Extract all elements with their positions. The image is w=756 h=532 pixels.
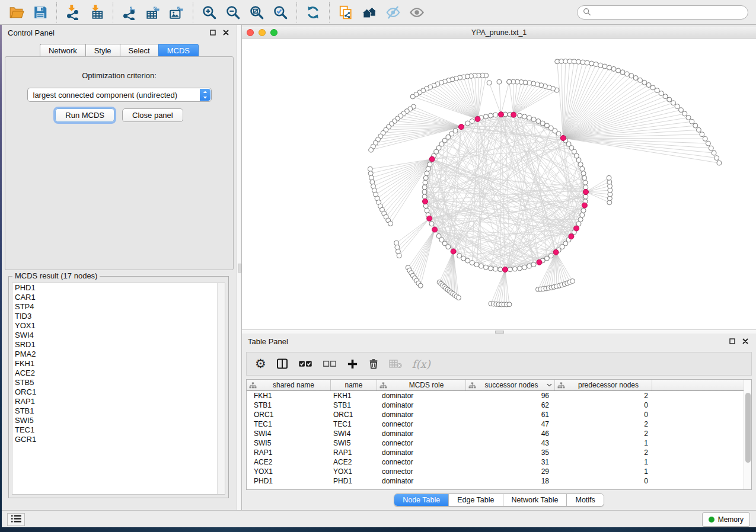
dominator-node[interactable] <box>560 136 566 141</box>
cell-name[interactable]: TEC1 <box>331 420 377 428</box>
table-row[interactable]: FKH1FKH1dominator962 <box>247 391 751 400</box>
table-row[interactable]: YOX1YOX1connector291 <box>247 467 751 476</box>
dominator-node[interactable] <box>429 156 435 162</box>
mcds-result-item[interactable]: CAR1 <box>12 293 225 302</box>
network-node[interactable] <box>518 113 522 118</box>
dominator-node[interactable] <box>451 249 456 254</box>
network-node[interactable] <box>540 121 545 126</box>
network-node[interactable] <box>461 256 466 261</box>
cell-mcds-role[interactable]: connector <box>377 467 466 476</box>
table-row[interactable]: SWI5SWI5connector431 <box>247 438 751 448</box>
dominator-node[interactable] <box>427 216 432 221</box>
cell-predecessor-nodes[interactable]: 0 <box>555 411 652 419</box>
mcds-result-item[interactable]: YOX1 <box>12 321 225 331</box>
save-session-button[interactable] <box>30 2 51 23</box>
network-node[interactable] <box>395 249 400 254</box>
table-row[interactable]: SWI4SWI4dominator462 <box>247 429 751 438</box>
network-node[interactable] <box>470 261 474 265</box>
cell-mcds-role[interactable]: dominator <box>377 411 466 419</box>
cell-shared-name[interactable]: PHD1 <box>247 477 331 485</box>
network-node[interactable] <box>703 136 707 141</box>
table-row[interactable]: ACE2ACE2connector311 <box>247 457 751 467</box>
import-table-button[interactable] <box>86 2 107 23</box>
dominator-node[interactable] <box>498 112 503 117</box>
network-node[interactable] <box>497 79 502 84</box>
float-panel-icon[interactable] <box>728 336 737 346</box>
network-node[interactable] <box>581 171 586 176</box>
zoom-selected-button[interactable] <box>270 2 291 23</box>
cell-successor-nodes[interactable]: 96 <box>466 392 555 400</box>
tab-network-table[interactable]: Network Table <box>503 494 567 506</box>
mcds-result-item[interactable]: SWI4 <box>12 331 225 340</box>
network-node[interactable] <box>397 254 401 258</box>
network-node[interactable] <box>709 146 713 150</box>
cell-successor-nodes[interactable]: 31 <box>466 458 555 466</box>
network-node[interactable] <box>484 114 489 119</box>
mcds-result-item[interactable]: RAP1 <box>12 397 225 406</box>
network-node[interactable] <box>423 175 428 180</box>
network-node[interactable] <box>479 264 484 268</box>
network-node[interactable] <box>693 123 698 128</box>
cell-successor-nodes[interactable]: 47 <box>466 420 555 428</box>
dominator-node[interactable] <box>537 259 542 265</box>
network-node[interactable] <box>410 94 415 99</box>
cell-mcds-role[interactable]: connector <box>377 420 466 428</box>
mcds-result-item[interactable]: SRD1 <box>12 340 225 350</box>
network-node[interactable] <box>470 119 474 124</box>
mcds-result-item[interactable]: PMA2 <box>12 350 225 359</box>
run-mcds-button[interactable]: Run MCDS <box>55 108 114 122</box>
network-node[interactable] <box>580 213 585 217</box>
cell-successor-nodes[interactable]: 61 <box>466 411 555 419</box>
cell-successor-nodes[interactable]: 18 <box>466 477 555 485</box>
network-node[interactable] <box>607 175 611 180</box>
dominator-node[interactable] <box>582 203 587 208</box>
mcds-result-item[interactable]: TID3 <box>12 312 225 321</box>
tab-select[interactable]: Select <box>120 44 158 57</box>
dominator-node[interactable] <box>511 112 516 117</box>
network-node[interactable] <box>576 59 581 64</box>
cell-shared-name[interactable]: ACE2 <box>247 458 331 466</box>
network-node[interactable] <box>429 222 434 226</box>
cell-predecessor-nodes[interactable]: 2 <box>555 392 652 400</box>
network-node[interactable] <box>518 266 522 271</box>
cell-mcds-role[interactable]: dominator <box>377 392 466 400</box>
cell-shared-name[interactable]: SWI4 <box>247 430 331 438</box>
network-node[interactable] <box>717 161 722 165</box>
cell-mcds-role[interactable]: connector <box>377 439 466 447</box>
network-node[interactable] <box>368 171 373 176</box>
network-node[interactable] <box>633 76 638 81</box>
mcds-result-item[interactable]: GCR1 <box>12 435 225 444</box>
cell-shared-name[interactable]: TEC1 <box>247 420 331 428</box>
network-node[interactable] <box>536 119 541 124</box>
column-header-name[interactable]: name <box>331 380 377 390</box>
scrollbar-thumb[interactable] <box>745 393 751 463</box>
network-node[interactable] <box>583 194 588 199</box>
open-file-button[interactable] <box>6 2 27 23</box>
mcds-list-scrollbar[interactable] <box>217 283 225 494</box>
network-node[interactable] <box>598 63 603 68</box>
network-node[interactable] <box>527 264 532 268</box>
cell-shared-name[interactable]: YOX1 <box>247 467 331 476</box>
import-network-button[interactable] <box>62 2 84 23</box>
network-node[interactable] <box>548 254 553 258</box>
cell-predecessor-nodes[interactable]: 0 <box>555 477 652 485</box>
network-node[interactable] <box>638 78 643 82</box>
cell-predecessor-nodes[interactable]: 2 <box>555 420 652 428</box>
cell-name[interactable]: RAP1 <box>331 448 377 457</box>
cell-shared-name[interactable]: STB1 <box>247 401 331 409</box>
network-node[interactable] <box>572 59 576 64</box>
cell-name[interactable]: FKH1 <box>331 392 377 400</box>
export-image-button[interactable] <box>166 2 187 23</box>
network-node[interactable] <box>667 97 672 102</box>
network-node[interactable] <box>531 262 536 267</box>
network-node[interactable] <box>583 185 588 190</box>
network-node[interactable] <box>507 302 512 307</box>
dominator-node[interactable] <box>423 199 428 204</box>
network-node[interactable] <box>522 114 527 119</box>
cell-shared-name[interactable]: RAP1 <box>247 448 331 457</box>
network-node[interactable] <box>394 241 399 245</box>
search-box[interactable] <box>577 5 748 20</box>
network-node[interactable] <box>489 266 493 271</box>
network-node[interactable] <box>714 156 719 161</box>
network-node[interactable] <box>679 108 684 113</box>
